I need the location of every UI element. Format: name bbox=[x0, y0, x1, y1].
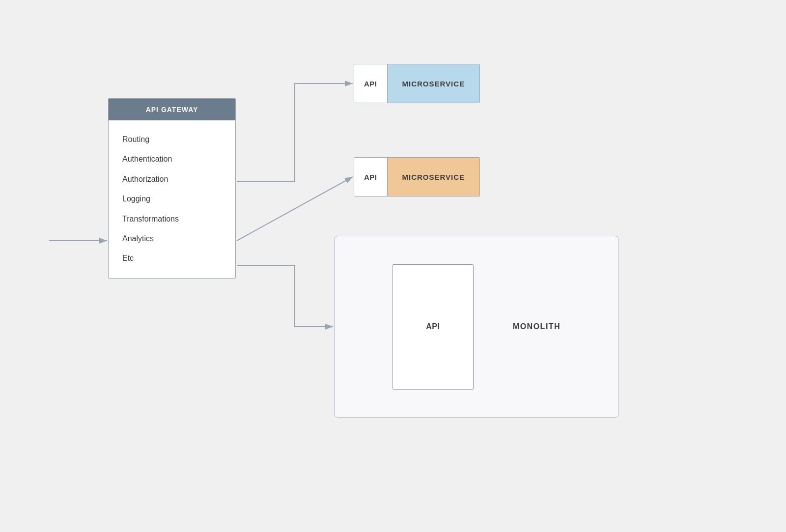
arrow-to-ms1 bbox=[237, 84, 353, 182]
monolith-label: MONOLITH bbox=[513, 322, 561, 331]
gateway-item-logging: Logging bbox=[122, 190, 222, 208]
arrow-to-ms2 bbox=[237, 177, 353, 241]
api-gateway-header: API GATEWAY bbox=[109, 99, 235, 120]
api-gateway-box: API GATEWAY Routing Authentication Autho… bbox=[108, 98, 236, 279]
gateway-item-transformations: Transformations bbox=[122, 210, 222, 228]
api-gateway-body: Routing Authentication Authorization Log… bbox=[109, 120, 235, 278]
microservice-2-api-label: API bbox=[354, 158, 388, 196]
microservice-2-service-label: MICROSERVICE bbox=[388, 158, 480, 196]
arrow-to-monolith bbox=[237, 265, 333, 327]
microservice-2-box: API MICROSERVICE bbox=[354, 157, 480, 196]
monolith-inner: API MONOLITH bbox=[393, 264, 561, 390]
microservice-1-service-label: MICROSERVICE bbox=[388, 64, 480, 103]
gateway-item-authentication: Authentication bbox=[122, 150, 222, 168]
monolith-api-label: API bbox=[393, 264, 474, 390]
gateway-item-routing: Routing bbox=[122, 130, 222, 149]
microservice-1-box: API MICROSERVICE bbox=[354, 64, 480, 103]
gateway-item-analytics: Analytics bbox=[122, 229, 222, 248]
monolith-box: API MONOLITH bbox=[334, 236, 619, 418]
gateway-item-etc: Etc bbox=[122, 249, 222, 268]
diagram-container: API GATEWAY Routing Authentication Autho… bbox=[0, 0, 786, 532]
gateway-item-authorization: Authorization bbox=[122, 170, 222, 189]
microservice-1-api-label: API bbox=[354, 64, 388, 103]
